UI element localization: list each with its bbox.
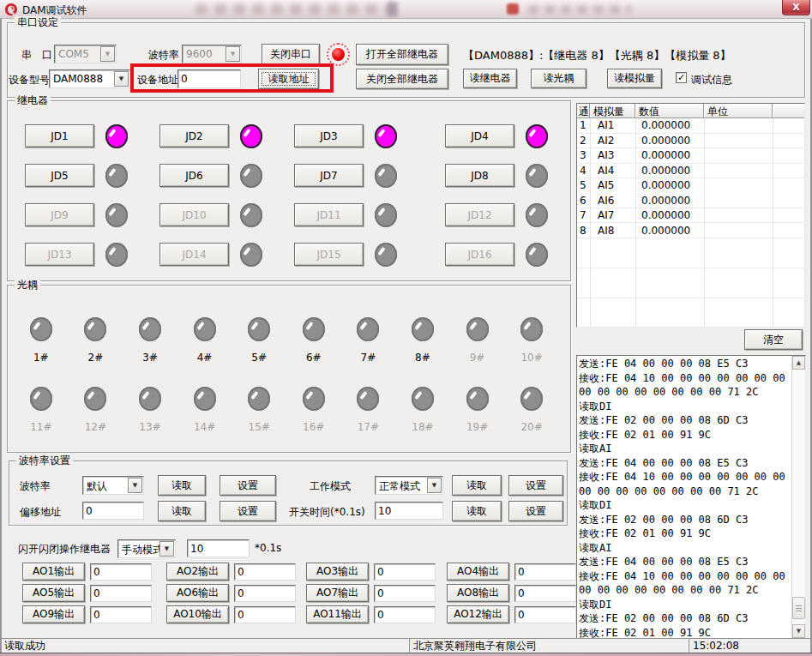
table-header-cell[interactable]: 通 [577, 104, 590, 117]
port-select[interactable]: COM5 ▼ [54, 45, 117, 63]
relay-button[interactable]: JD7 [294, 164, 364, 187]
relay-button[interactable]: JD14 [159, 243, 229, 266]
table-row[interactable]: 7 AI7 0.000000 [577, 208, 804, 224]
baud-read-button[interactable]: 读取 [158, 475, 206, 496]
ao-output-item: AO1输出 [22, 563, 166, 581]
opto-channel: 19# [450, 387, 505, 433]
chevron-down-icon: ▼ [128, 478, 142, 493]
opto-light [412, 317, 434, 341]
ao-output-button[interactable]: AO12输出 [447, 605, 509, 623]
relay-button[interactable]: JD2 [159, 124, 229, 147]
flash-time-input[interactable] [187, 539, 250, 557]
ao-output-button[interactable]: AO3输出 [306, 563, 369, 581]
ao-value-input[interactable] [374, 606, 436, 623]
ao-value-input[interactable] [90, 563, 152, 581]
ao-value-input[interactable] [90, 606, 152, 623]
read-analog-button[interactable]: 读模拟量 [607, 69, 662, 88]
ao-output-button[interactable]: AO10输出 [166, 605, 229, 623]
offset-read-button[interactable]: 读取 [158, 501, 206, 521]
table-body: 1 AI1 0.000000 2 AI2 0.000000 3 AI3 [577, 118, 804, 327]
relay-button[interactable]: JD6 [159, 164, 229, 187]
table-row[interactable]: 8 AI8 0.000000 [577, 224, 804, 239]
ao-output-button[interactable]: AO11输出 [306, 605, 369, 623]
ao-value-input[interactable] [514, 585, 576, 602]
table-row[interactable]: 4 AI4 0.000000 [577, 164, 804, 179]
ao-output-button[interactable]: AO9输出 [22, 605, 85, 623]
relay-button[interactable]: JD1 [25, 124, 94, 147]
table-header-cell[interactable]: 数值 [635, 104, 704, 117]
ao-output-button[interactable]: AO5输出 [22, 584, 85, 602]
read-address-button[interactable]: 读取地址 [258, 69, 319, 89]
ao-output-button[interactable]: AO7输出 [306, 584, 369, 602]
debug-info-checkbox[interactable]: ✓ [676, 72, 687, 83]
relay-button[interactable]: JD15 [294, 243, 364, 266]
title-bar[interactable]: DAM调试软件 X [0, 0, 812, 19]
baud-set-button[interactable]: 设置 [220, 475, 276, 496]
relay-button[interactable]: JD10 [159, 203, 229, 226]
relay-button[interactable]: JD9 [25, 203, 94, 226]
relay-button[interactable]: JD5 [25, 164, 94, 187]
device-address-input[interactable] [177, 69, 241, 88]
ao-value-input[interactable] [90, 585, 152, 602]
relay-cell: JD15 [294, 243, 445, 266]
offset-set-button[interactable]: 设置 [220, 501, 276, 521]
work-mode-read-button[interactable]: 读取 [452, 475, 502, 496]
opto-channel: 12# [69, 387, 123, 433]
offset-address-input[interactable] [82, 502, 144, 520]
ao-value-input[interactable] [234, 585, 296, 602]
table-header-cell[interactable]: 模拟量 [590, 104, 635, 117]
ao-value-input[interactable] [234, 606, 296, 623]
table-row[interactable]: 5 AI5 0.000000 [577, 178, 804, 194]
log-scrollbar[interactable]: ▲ ▼ [791, 356, 805, 638]
ao-value-input[interactable] [374, 585, 436, 602]
relay-button[interactable]: JD12 [445, 203, 514, 226]
read-relay-button[interactable]: 读继电器 [463, 69, 517, 88]
ao-output-button[interactable]: AO2输出 [166, 563, 229, 581]
clear-button[interactable]: 清空 [744, 329, 803, 350]
ao-output-button[interactable]: AO6输出 [166, 584, 229, 602]
table-header-cell[interactable]: 单位 [704, 104, 773, 117]
table-row[interactable]: 1 AI1 0.000000 [577, 118, 804, 134]
flash-time-unit: *0.1s [255, 542, 281, 554]
switch-time-input[interactable] [375, 502, 443, 520]
work-mode-select[interactable]: 正常模式 ▼ [375, 476, 443, 495]
ao-value-input[interactable] [234, 563, 296, 581]
log-line: 接收:FE 04 10 00 00 00 00 00 00 00 00 00 0… [579, 371, 791, 400]
close-all-relays-button[interactable]: 关闭全部继电器 [356, 69, 448, 89]
ao-output-button[interactable]: AO1输出 [22, 563, 85, 581]
baud-setting-select[interactable]: 默认 ▼ [82, 476, 144, 495]
model-select[interactable]: DAM0888 ▼ [49, 69, 130, 88]
ao-output-button[interactable]: AO4输出 [447, 563, 509, 581]
relay-button[interactable]: JD16 [445, 243, 514, 266]
scroll-down-arrow-icon[interactable]: ▼ [792, 624, 805, 638]
ao-output-button[interactable]: AO8输出 [447, 584, 509, 602]
flash-mode-select[interactable]: 手动模式 ▼ [117, 539, 176, 558]
read-opto-button[interactable]: 读光耦 [531, 69, 586, 88]
scroll-thumb[interactable] [792, 597, 805, 619]
cell-channel: 6 [577, 194, 590, 209]
scroll-up-arrow-icon[interactable]: ▲ [792, 356, 805, 370]
ao-value-input[interactable] [374, 563, 436, 581]
baud-select[interactable]: 9600 ▼ [182, 45, 242, 63]
opto-label: 3# [142, 352, 158, 364]
relay-button[interactable]: JD11 [294, 203, 364, 226]
relay-button[interactable]: JD8 [445, 164, 514, 187]
cell-extra [773, 208, 804, 224]
close-button[interactable]: X [782, 0, 810, 15]
table-row[interactable]: 3 AI3 0.000000 [577, 148, 804, 164]
relay-button[interactable]: JD13 [25, 243, 94, 266]
relay-button[interactable]: JD4 [445, 124, 514, 147]
table-header-cell[interactable] [773, 104, 804, 117]
app-window: DAM调试软件 X 串口设定 串 口 COM5 ▼ 波特率 9600 ▼ 关闭串… [0, 0, 812, 656]
ao-value-input[interactable] [514, 563, 576, 581]
switch-time-read-button[interactable]: 读取 [452, 501, 502, 521]
log-area[interactable]: 发送:FE 04 00 00 00 08 E5 C3接收:FE 04 10 00… [576, 355, 806, 639]
table-row[interactable]: 2 AI2 0.000000 [577, 134, 804, 149]
close-serial-button[interactable]: 关闭串口 [262, 44, 320, 65]
switch-time-set-button[interactable]: 设置 [508, 501, 563, 521]
table-row[interactable]: 6 AI6 0.000000 [577, 194, 804, 209]
work-mode-set-button[interactable]: 设置 [508, 475, 563, 496]
ao-value-input[interactable] [514, 606, 576, 623]
open-all-relays-button[interactable]: 打开全部继电器 [356, 44, 448, 65]
relay-button[interactable]: JD3 [294, 124, 364, 147]
